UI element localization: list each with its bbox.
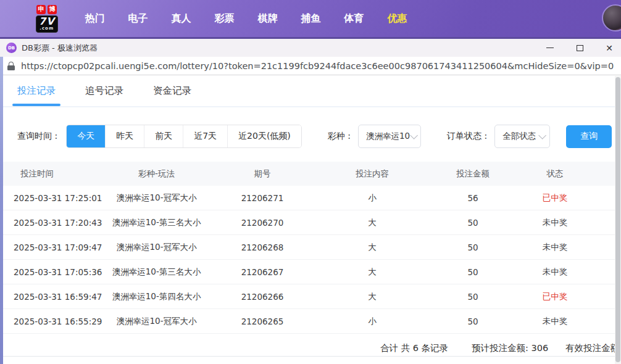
order-status-label: 订单状态 : — [447, 131, 487, 142]
cell-amount: 50 — [428, 218, 518, 228]
col-lottery-play: 彩种-玩法 — [105, 168, 208, 180]
cell-issue: 21206266 — [208, 292, 317, 302]
cell-bet-time: 2025-03-31 16:55:29 — [0, 316, 105, 326]
cell-amount: 56 — [428, 193, 518, 203]
summary-expected-amount: 预计投注金额: 306 — [472, 342, 548, 354]
cell-amount: 50 — [428, 292, 518, 302]
cell-issue: 21206270 — [208, 218, 317, 228]
table-row: 2025-03-31 17:25:01 澳洲幸运10-冠军大小 21206271… — [0, 186, 621, 210]
time-filter-label: 查询时间 : — [17, 131, 57, 142]
status-badge: 未中奖 — [518, 316, 592, 327]
window-left-edge — [0, 57, 3, 364]
nav-item-promo[interactable]: 优惠 — [388, 12, 407, 25]
status-badge: 未中奖 — [518, 217, 592, 228]
maximize-icon — [577, 45, 583, 51]
col-issue: 期号 — [208, 168, 317, 180]
minimize-button[interactable] — [543, 41, 557, 55]
time-option-7days[interactable]: 近7天 — [183, 125, 227, 147]
window-title: DB彩票 - 极速浏览器 — [22, 43, 98, 54]
url-text[interactable]: https://ctopcp02pcali.uengi5e.com/lotter… — [21, 61, 614, 71]
logo-box: 7V .com — [36, 15, 58, 33]
order-status-select[interactable]: 全部状态 — [494, 125, 550, 148]
filter-row: 查询时间 : 今天 昨天 前天 近7天 近20天(低频) 彩种 : 澳洲幸运10… — [17, 125, 621, 148]
bet-records-table: 投注时间 彩种-玩法 期号 投注内容 投注金额 状态 2025-03-31 17… — [0, 162, 621, 334]
site-nav: 热门 电子 真人 彩票 棋牌 捕鱼 体育 优惠 — [85, 12, 407, 25]
lottery-filter-label: 彩种 : — [328, 131, 351, 142]
status-badge: 已中奖 — [518, 192, 592, 204]
table-header: 投注时间 彩种-玩法 期号 投注内容 投注金额 状态 — [0, 162, 621, 186]
status-badge: 未中奖 — [518, 242, 592, 253]
user-avatar[interactable] — [602, 4, 621, 31]
cell-content: 大 — [317, 267, 428, 278]
cell-play: 澳洲幸运10-冠军大小 — [105, 316, 208, 327]
lottery-filter: 彩种 : 澳洲幸运10 — [328, 125, 421, 148]
table-row: 2025-03-31 17:05:36 澳洲幸运10-第三名大小 2120626… — [0, 260, 621, 284]
tab-fund-records[interactable]: 资金记录 — [153, 85, 191, 106]
logo-badge-2: 博 — [48, 5, 57, 14]
cell-issue: 21206265 — [208, 316, 317, 326]
lottery-select[interactable]: 澳洲幸运10 — [358, 125, 421, 148]
tabs-separator — [0, 106, 621, 107]
site-header: 申 博 7V .com 热门 电子 真人 彩票 棋牌 捕鱼 体育 优惠 — [0, 0, 621, 37]
col-bet-amount: 投注金额 — [428, 168, 518, 180]
table-row: 2025-03-31 17:09:47 澳洲幸运10-冠军大小 21206268… — [0, 235, 621, 260]
summary-total: 合计 共 6 条记录 — [380, 342, 448, 354]
cell-issue: 21206267 — [208, 267, 317, 277]
nav-item-fishing[interactable]: 捕鱼 — [301, 12, 321, 25]
col-bet-content: 投注内容 — [317, 168, 428, 180]
query-button[interactable]: 查询 — [566, 125, 612, 148]
time-option-daybefore[interactable]: 前天 — [144, 125, 183, 147]
url-bar[interactable]: https://ctopcp02pcali.uengi5e.com/lotter… — [0, 57, 621, 75]
maximize-button[interactable] — [573, 41, 586, 55]
page-scrollbar[interactable] — [615, 76, 621, 364]
cell-issue: 21206268 — [208, 242, 317, 252]
cell-play: 澳洲幸运10-冠军大小 — [105, 242, 208, 253]
nav-item-live[interactable]: 真人 — [172, 12, 191, 25]
logo-brand: 7V — [39, 17, 55, 27]
cell-play: 澳洲幸运10-第四名大小 — [105, 291, 208, 302]
nav-item-hot[interactable]: 热门 — [85, 12, 105, 25]
cell-content: 大 — [317, 242, 428, 253]
cell-content: 大 — [317, 217, 428, 228]
cell-bet-time: 2025-03-31 17:09:47 — [0, 242, 105, 252]
order-status-filter: 订单状态 : 全部状态 — [447, 125, 550, 148]
cell-play: 澳洲幸运10-第三名大小 — [105, 267, 208, 278]
cell-content: 小 — [317, 192, 428, 204]
cell-amount: 50 — [428, 267, 518, 277]
cell-play: 澳洲幸运10-冠军大小 — [105, 192, 208, 204]
scrollbar-thumb[interactable] — [615, 77, 620, 362]
cell-bet-time: 2025-03-31 17:20:43 — [0, 218, 105, 228]
page-content: 投注记录 追号记录 资金记录 查询时间 : 今天 昨天 前天 近7天 近20天(… — [0, 76, 621, 364]
nav-item-slots[interactable]: 电子 — [128, 12, 148, 25]
order-status-value: 全部状态 — [502, 131, 536, 142]
browser-titlebar: DB DB彩票 - 极速浏览器 ✕ — [0, 37, 621, 57]
cell-amount: 50 — [428, 242, 518, 252]
time-filter-group: 今天 昨天 前天 近7天 近20天(低频) — [66, 125, 302, 148]
minimize-icon — [546, 48, 554, 48]
cell-bet-time: 2025-03-31 17:25:01 — [0, 193, 105, 203]
record-tabs: 投注记录 追号记录 资金记录 — [0, 76, 621, 106]
site-logo[interactable]: 申 博 7V .com — [36, 5, 58, 33]
close-button[interactable]: ✕ — [602, 41, 616, 55]
cell-content: 大 — [317, 291, 428, 302]
screen: 申 博 7V .com 热门 电子 真人 彩票 棋牌 捕鱼 体育 优惠 DB D… — [0, 0, 621, 364]
logo-suffix: .com — [39, 27, 55, 31]
window-controls: ✕ — [543, 39, 616, 57]
time-option-20days[interactable]: 近20天(低频) — [227, 125, 301, 147]
logo-badges: 申 博 — [36, 5, 57, 14]
tab-chase-records[interactable]: 追号记录 — [85, 85, 123, 106]
logo-badge-1: 申 — [36, 5, 46, 14]
col-status: 状态 — [518, 168, 592, 180]
time-option-yesterday[interactable]: 昨天 — [105, 125, 144, 147]
time-option-today[interactable]: 今天 — [67, 125, 105, 147]
nav-item-cards[interactable]: 棋牌 — [258, 12, 278, 25]
chevron-down-icon — [538, 131, 546, 139]
cell-play: 澳洲幸运10-第三名大小 — [105, 217, 208, 228]
tab-bet-records[interactable]: 投注记录 — [17, 85, 56, 106]
table-row: 2025-03-31 17:20:43 澳洲幸运10-第三名大小 2120627… — [0, 210, 621, 235]
cell-bet-time: 2025-03-31 17:05:36 — [0, 267, 105, 277]
summary-valid-amount: 有效投注金额 — [565, 342, 619, 354]
nav-item-lottery[interactable]: 彩票 — [215, 12, 235, 25]
cell-content: 小 — [317, 316, 428, 327]
nav-item-sports[interactable]: 体育 — [344, 12, 364, 25]
